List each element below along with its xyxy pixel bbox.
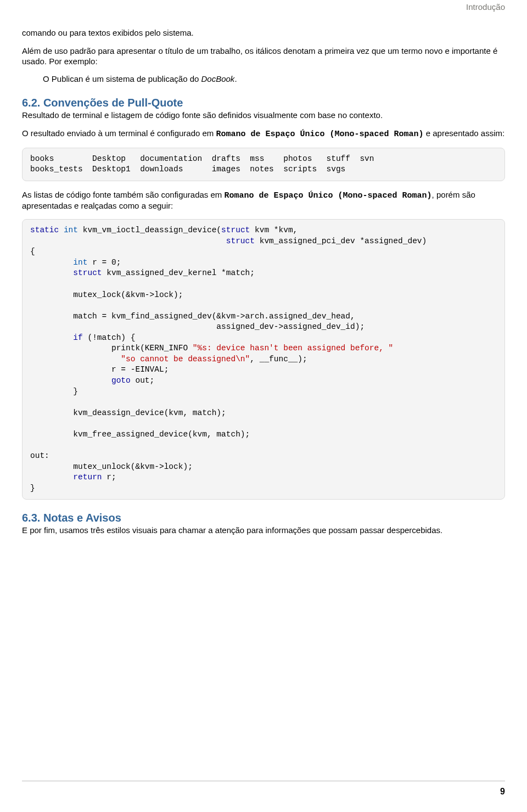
code-run: r = -EINVAL; [30, 365, 169, 374]
terminal-output-box: books Desktop documentation drafts mss p… [22, 148, 505, 181]
code-run: r; [102, 473, 116, 481]
code-run [30, 355, 121, 363]
kw: if [73, 333, 82, 342]
kw: struct [73, 268, 102, 277]
mono-term: Romano de Espaço Único (Mono-spaced Roma… [216, 130, 424, 139]
kw: struct [221, 226, 250, 234]
example-text: O Publican é um sistema de publicação do… [43, 74, 505, 85]
document-page: Introdução comando ou para textos exibid… [0, 0, 527, 812]
code-run: assigned_dev->assigned_dev_id); [30, 322, 365, 331]
body-paragraph: E por fim, usamos três estilos visuais p… [22, 525, 505, 536]
section-heading-6-3: 6.3. Notas e Avisos [22, 512, 505, 524]
code-run: , __func__); [250, 355, 307, 363]
text-run: e apresentado assim: [424, 128, 505, 138]
code-run: } [30, 484, 35, 492]
code-run [30, 473, 73, 481]
type: int [73, 258, 87, 267]
kw: return [73, 473, 102, 481]
footer-rule [22, 781, 505, 781]
body-paragraph: Além de uso padrão para apresentar o tít… [22, 46, 505, 67]
code-run: r = 0; [87, 258, 121, 267]
text-run: O resultado enviado à um terminal é conf… [22, 128, 216, 138]
code-run [30, 258, 73, 267]
body-paragraph: As listas de código fonte também são con… [22, 190, 505, 212]
code-run: out: [30, 451, 49, 460]
code-run: kvm_assigned_dev_kernel *match; [102, 268, 255, 277]
code-run: mutex_lock(&kvm->lock); [30, 290, 183, 299]
code-run: (!match) { [83, 333, 136, 342]
code-run: } [30, 387, 78, 396]
kw: struct [226, 237, 255, 245]
body-paragraph: O resultado enviado à um terminal é conf… [22, 128, 505, 140]
code-run [30, 237, 226, 245]
code-run: kvm_free_assigned_device(kvm, match); [30, 430, 250, 439]
code-run: printk(KERN_INFO [30, 344, 193, 352]
code-run: { [30, 247, 35, 256]
kw: static [30, 226, 59, 234]
code-run [30, 376, 111, 385]
kw: goto [111, 376, 131, 385]
code-run: kvm_assigned_pci_dev *assigned_dev) [255, 237, 427, 245]
page-number: 9 [500, 787, 505, 797]
mono-term: Romano de Espaço Único (Mono-spaced Roma… [225, 191, 432, 200]
section-heading-6-2: 6.2. Convenções de Pull-Quote [22, 97, 505, 109]
code-run: mutex_unlock(&kvm->lock); [30, 462, 193, 471]
code-run: out; [131, 376, 155, 385]
code-run [30, 268, 73, 277]
body-paragraph: comando ou para textos exibidos pelo sis… [22, 28, 505, 38]
italic-term: DocBook [201, 74, 235, 83]
header-section-label: Introdução [22, 2, 505, 12]
code-run: kvm_deassign_device(kvm, match); [30, 408, 226, 417]
code-run: kvm_vm_ioctl_deassign_device( [78, 226, 221, 234]
text-run: O Publican é um sistema de publicação do [43, 74, 201, 83]
body-paragraph: Resultado de terminal e listagem de códi… [22, 110, 505, 121]
type: int [59, 226, 78, 234]
text-run: . [234, 74, 237, 83]
string: "%s: device hasn't been assigned before,… [193, 344, 393, 352]
string: "so cannot be deassigned\n" [121, 355, 250, 363]
text-run: As listas de código fonte também são con… [22, 190, 225, 199]
code-run [30, 333, 73, 342]
code-run: kvm *kvm, [250, 226, 298, 234]
code-run: match = kvm_find_assigned_dev(&kvm->arch… [30, 312, 355, 321]
source-code-box: static int kvm_vm_ioctl_deassign_device(… [22, 219, 505, 500]
example-block: O Publican é um sistema de publicação do… [43, 74, 505, 85]
